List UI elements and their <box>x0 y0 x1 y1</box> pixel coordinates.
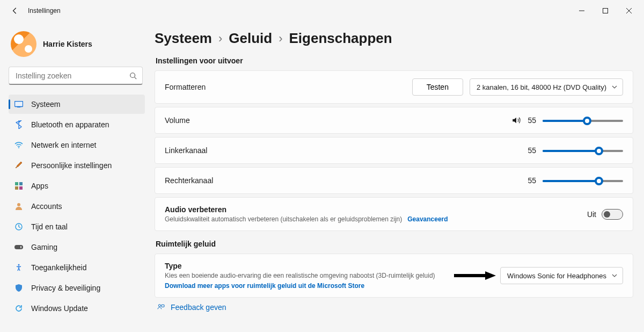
right-channel-value: 55 <box>526 176 536 185</box>
svg-rect-1 <box>603 9 608 13</box>
audio-enhance-title: Audio verbeteren <box>165 205 448 214</box>
minimize-button[interactable] <box>570 2 594 19</box>
svg-point-6 <box>18 147 19 148</box>
close-button[interactable] <box>617 2 641 19</box>
nav-item-game[interactable]: Gaming <box>9 237 145 257</box>
card-volume: Volume 55 <box>155 107 633 134</box>
breadcrumb-item-0[interactable]: Systeem <box>155 30 212 47</box>
nav-item-wifi[interactable]: Netwerk en internet <box>9 135 145 155</box>
window-controls <box>570 2 641 19</box>
left-channel-label: Linkerkanaal <box>165 146 207 155</box>
wifi-icon <box>14 140 24 150</box>
svg-point-16 <box>18 264 20 266</box>
nav-label: Bluetooth en apparaten <box>31 120 109 129</box>
apps-icon <box>14 181 24 191</box>
section-heading-output: Instellingen voor uitvoer <box>156 56 633 65</box>
search-box[interactable] <box>9 67 143 85</box>
svg-point-15 <box>20 247 21 248</box>
right-channel-label: Rechterkanaal <box>165 176 213 185</box>
advanced-link[interactable]: Geavanceerd <box>407 215 448 223</box>
card-audio-enhance[interactable]: Audio verbeteren Geluidskwaliteit automa… <box>155 197 633 231</box>
svg-point-19 <box>158 305 160 307</box>
speaker-icon[interactable] <box>511 116 521 125</box>
nav-label: Apps <box>31 182 48 190</box>
sidebar: Harrie Kisters SysteemBluetooth en appar… <box>0 21 150 332</box>
svg-point-14 <box>20 246 21 247</box>
main-content: Systeem › Geluid › Eigenschappen Instell… <box>150 21 644 332</box>
window-title: Instellingen <box>28 7 61 15</box>
avatar <box>11 31 36 57</box>
card-left-channel: Linkerkanaal 55 <box>155 137 633 164</box>
nav-label: Persoonlijke instellingen <box>31 161 112 170</box>
breadcrumb: Systeem › Geluid › Eigenschappen <box>155 30 633 47</box>
svg-rect-20 <box>162 305 164 307</box>
nav-item-bluetooth[interactable]: Bluetooth en apparaten <box>9 115 145 134</box>
nav-item-access[interactable]: Toegankelijkheid <box>9 258 145 277</box>
audio-enhance-desc: Geluidskwaliteit automatisch verbeteren … <box>165 215 402 223</box>
svg-rect-7 <box>15 182 18 185</box>
titlebar: Instellingen <box>0 0 644 21</box>
spatial-type-title: Type <box>165 262 435 270</box>
search-icon <box>129 72 137 80</box>
brush-icon <box>14 161 24 170</box>
game-icon <box>14 242 24 252</box>
back-button[interactable] <box>6 2 24 19</box>
right-channel-slider[interactable] <box>543 175 623 186</box>
update-icon <box>14 304 24 313</box>
feedback-icon <box>157 303 165 312</box>
feedback-label: Feedback geven <box>171 303 226 312</box>
system-icon <box>14 99 24 109</box>
svg-rect-5 <box>17 107 20 107</box>
volume-slider[interactable] <box>543 115 623 126</box>
breadcrumb-item-current: Eigenschappen <box>289 30 392 47</box>
svg-rect-13 <box>14 245 23 249</box>
format-label: Formatteren <box>165 83 206 91</box>
spatial-type-dropdown[interactable]: Windows Sonic for Headphones <box>500 267 623 284</box>
search-input[interactable] <box>14 71 129 81</box>
chevron-right-icon: › <box>279 32 282 46</box>
svg-point-2 <box>130 73 135 77</box>
nav-item-clock[interactable]: Tijd en taal <box>9 217 145 236</box>
nav-item-apps[interactable]: Apps <box>9 176 145 196</box>
person-icon <box>14 201 24 211</box>
chevron-right-icon: › <box>218 32 222 46</box>
svg-rect-10 <box>19 186 23 190</box>
spatial-type-desc: Kies een boeiende audio-ervaring die een… <box>165 272 435 279</box>
nav-item-system[interactable]: Systeem <box>9 95 145 114</box>
nav-label: Windows Update <box>31 304 88 313</box>
format-dropdown[interactable]: 2 kanalen, 16 bit, 48000 Hz (DVD Quality… <box>470 78 623 96</box>
audio-enhance-toggle[interactable]: Uit <box>587 209 623 220</box>
svg-point-11 <box>17 203 20 206</box>
left-channel-slider[interactable] <box>543 145 623 156</box>
card-right-channel: Rechterkanaal 55 <box>155 167 633 194</box>
svg-rect-9 <box>15 186 18 190</box>
nav-label: Accounts <box>31 202 62 211</box>
nav-label: Privacy & beveiliging <box>31 284 100 292</box>
feedback-link[interactable]: Feedback geven <box>157 303 633 312</box>
maximize-button[interactable] <box>594 2 617 19</box>
svg-marker-18 <box>485 271 496 280</box>
bluetooth-icon <box>14 120 24 129</box>
test-button[interactable]: Testen <box>412 78 463 96</box>
account-name: Harrie Kisters <box>43 40 92 48</box>
nav-item-shield[interactable]: Privacy & beveiliging <box>9 278 145 298</box>
left-channel-value: 55 <box>526 146 536 155</box>
arrow-annotation <box>453 269 496 282</box>
nav-item-brush[interactable]: Persoonlijke instellingen <box>9 156 145 175</box>
nav-item-update[interactable]: Windows Update <box>9 299 145 318</box>
breadcrumb-item-1[interactable]: Geluid <box>229 30 272 47</box>
toggle-switch[interactable] <box>602 209 623 220</box>
volume-label: Volume <box>165 116 190 125</box>
nav-item-person[interactable]: Accounts <box>9 197 145 216</box>
chevron-down-icon <box>612 273 617 278</box>
account-header[interactable]: Harrie Kisters <box>9 27 145 67</box>
download-link[interactable]: Download meer apps voor ruimtelijk gelui… <box>165 282 435 290</box>
section-heading-spatial: Ruimtelijk geluid <box>156 240 633 248</box>
nav-label: Toegankelijkheid <box>31 263 87 272</box>
nav-label: Netwerk en internet <box>31 141 96 149</box>
nav-label: Tijd en taal <box>31 222 68 231</box>
clock-icon <box>14 222 24 232</box>
shield-icon <box>14 283 24 293</box>
format-dropdown-value: 2 kanalen, 16 bit, 48000 Hz (DVD Quality… <box>477 83 606 91</box>
svg-rect-8 <box>19 182 23 185</box>
